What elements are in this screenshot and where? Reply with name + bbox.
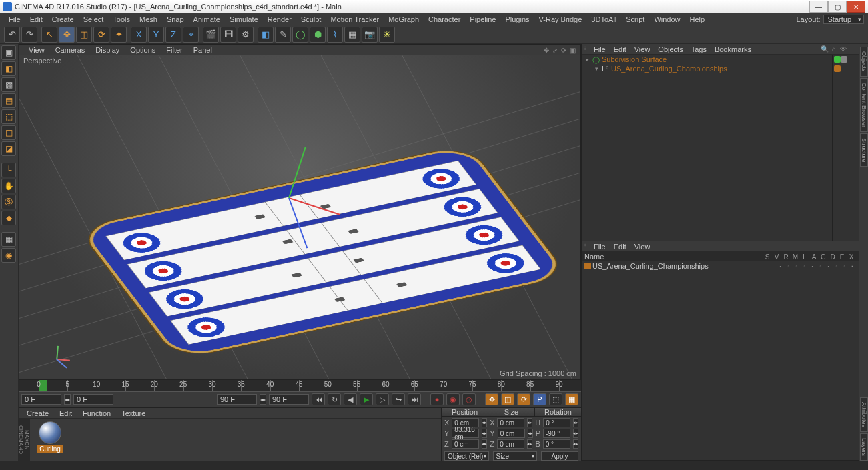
- material-item[interactable]: Curling: [36, 421, 64, 453]
- key-all-button[interactable]: ▦: [565, 393, 578, 405]
- range-end-step[interactable]: ◂▸: [260, 394, 266, 405]
- vmenu-display[interactable]: Display: [90, 46, 125, 54]
- tab-objects[interactable]: Objects: [860, 47, 868, 77]
- size-x-input[interactable]: 0 cm: [497, 418, 524, 427]
- rot-h-input[interactable]: 0 °: [543, 418, 570, 427]
- home-icon[interactable]: ⌂: [829, 45, 839, 54]
- undo-button[interactable]: ↶: [4, 27, 20, 43]
- menu-motiontracker[interactable]: Motion Tracker: [326, 15, 384, 24]
- rot-p-input[interactable]: -90 °: [543, 429, 570, 438]
- tag-icon[interactable]: [841, 56, 847, 63]
- autokey-button[interactable]: ◉: [446, 393, 460, 405]
- goto-start-button[interactable]: ⏮: [312, 393, 325, 405]
- key-pos-button[interactable]: ✥: [485, 393, 498, 405]
- matmenu-create[interactable]: Create: [21, 409, 54, 417]
- viewport-solo-button[interactable]: ▦: [1, 232, 16, 247]
- pos-z-input[interactable]: 0 cm: [452, 439, 479, 449]
- matmenu-texture[interactable]: Texture: [116, 409, 151, 417]
- vmenu-cameras[interactable]: Cameras: [50, 46, 91, 54]
- search-icon[interactable]: 🔍: [820, 45, 829, 54]
- coord-system-button[interactable]: ⌖: [183, 27, 199, 43]
- minimize-button[interactable]: —: [809, 1, 828, 13]
- make-editable-button[interactable]: ▣: [1, 45, 16, 60]
- snap-button[interactable]: Ⓢ: [1, 195, 16, 209]
- coord-mode-dropdown[interactable]: Object (Rel): [444, 451, 489, 461]
- eye-icon[interactable]: 👁: [839, 45, 848, 54]
- recent-tool-button[interactable]: ✦: [111, 27, 127, 43]
- render-pv-button[interactable]: 🎞: [220, 27, 236, 43]
- goto-end-button[interactable]: ↪: [392, 393, 405, 405]
- loop-button[interactable]: ↻: [328, 393, 341, 405]
- workplane2-button[interactable]: ◆: [1, 211, 16, 225]
- menu-3dtoall[interactable]: 3DToAll: [586, 15, 621, 24]
- matmenu-function[interactable]: Function: [77, 409, 116, 417]
- menu-character[interactable]: Character: [424, 15, 465, 24]
- layout-dropdown[interactable]: Startup: [823, 15, 864, 24]
- redo-button[interactable]: ↷: [21, 27, 37, 43]
- menu-edit[interactable]: Edit: [25, 15, 47, 24]
- viewport-3d[interactable]: [19, 55, 580, 379]
- add-cube-button[interactable]: ◧: [258, 27, 274, 43]
- menu-help[interactable]: Help: [685, 15, 710, 24]
- objmenu-bookmarks[interactable]: Bookmarks: [711, 45, 755, 53]
- edge-mode-button[interactable]: ◫: [1, 125, 16, 140]
- current-frame-input[interactable]: 0 F: [73, 394, 113, 405]
- objmenu-file[interactable]: File: [590, 45, 610, 53]
- take-row[interactable]: US_Arena_Curling_Championships •▫ ▫▫ •▫ …: [582, 261, 859, 271]
- size-y-input[interactable]: 0 cm: [498, 429, 525, 438]
- add-array-button[interactable]: ⬢: [310, 27, 326, 43]
- objmenu-view[interactable]: View: [630, 45, 655, 53]
- size-z-input[interactable]: 0 cm: [497, 439, 524, 449]
- vnav-orbit-icon[interactable]: ⟳: [560, 46, 568, 54]
- objmenu-tags[interactable]: Tags: [687, 45, 711, 53]
- tag-icon[interactable]: [834, 65, 841, 72]
- size-mode-dropdown[interactable]: Size: [493, 451, 538, 461]
- vmenu-view[interactable]: View: [23, 46, 50, 54]
- menu-simulate[interactable]: Simulate: [225, 15, 263, 24]
- vnav-toggle-icon[interactable]: ▣: [568, 46, 576, 54]
- tab-structure[interactable]: Structure: [860, 133, 868, 167]
- menu-mograph[interactable]: MoGraph: [384, 15, 424, 24]
- menu-tools[interactable]: Tools: [108, 15, 135, 24]
- point-mode-button[interactable]: ⬚: [1, 109, 16, 124]
- tab-attributes[interactable]: Attributes: [860, 397, 868, 432]
- menu-window[interactable]: Window: [649, 15, 685, 24]
- tab-content-browser[interactable]: Content Browser: [860, 78, 868, 132]
- menu-select[interactable]: Select: [79, 15, 109, 24]
- takemenu-edit[interactable]: Edit: [610, 243, 630, 251]
- tweak-button[interactable]: ✋: [1, 179, 16, 193]
- workplane-button[interactable]: ▤: [1, 93, 16, 108]
- keyselect-button[interactable]: ◎: [462, 393, 476, 405]
- object-tree-row[interactable]: ▸◯Subdivision Surface: [582, 55, 832, 64]
- range-end-input[interactable]: 90 F: [217, 394, 257, 405]
- lock-y-button[interactable]: Y: [148, 27, 164, 43]
- expand-icon[interactable]: ▸: [583, 56, 591, 63]
- range-end2-input[interactable]: 90 F: [269, 394, 309, 405]
- menu-mesh[interactable]: Mesh: [135, 15, 162, 24]
- add-camera-button[interactable]: 📷: [362, 27, 378, 43]
- vnav-zoom-icon[interactable]: ⤢: [551, 46, 559, 54]
- apply-button[interactable]: Apply: [541, 451, 578, 461]
- scale-button[interactable]: ◫: [76, 27, 92, 43]
- objmenu-edit[interactable]: Edit: [610, 45, 630, 53]
- menu-sculpt[interactable]: Sculpt: [296, 15, 326, 24]
- lock-z-button[interactable]: Z: [165, 27, 181, 43]
- object-tree-row[interactable]: ▾L⁰US_Arena_Curling_Championships: [582, 64, 832, 73]
- render-view-button[interactable]: 🎬: [203, 27, 219, 43]
- axis-button[interactable]: └: [1, 163, 16, 177]
- lock-x-button[interactable]: X: [131, 27, 147, 43]
- record-button[interactable]: ●: [430, 393, 444, 405]
- key-scale-button[interactable]: ◫: [501, 393, 514, 405]
- menu-create[interactable]: Create: [47, 15, 79, 24]
- prev-frame-button[interactable]: ◀: [344, 393, 357, 405]
- menu-vraybridge[interactable]: V-Ray Bridge: [534, 15, 587, 24]
- timeline-ruler[interactable]: 051015202530354045505560657075808590: [19, 380, 581, 392]
- move-button[interactable]: ✥: [59, 27, 75, 43]
- takemenu-file[interactable]: File: [590, 243, 610, 251]
- range-start-step[interactable]: ◂▸: [64, 394, 71, 405]
- vnav-pan-icon[interactable]: ✥: [542, 46, 550, 54]
- texture-mode-button[interactable]: ▩: [1, 77, 16, 92]
- add-pen-button[interactable]: ✎: [275, 27, 291, 43]
- play-button[interactable]: ▶: [360, 393, 373, 405]
- takemenu-view[interactable]: View: [630, 243, 655, 251]
